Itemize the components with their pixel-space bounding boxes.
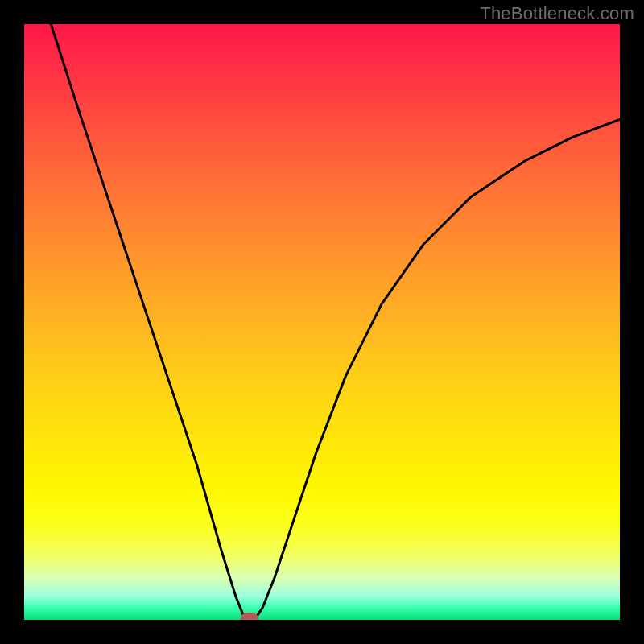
- watermark-text: TheBottleneck.com: [480, 3, 634, 24]
- min-marker: [241, 613, 258, 620]
- plot-area: [24, 24, 620, 620]
- curve-path: [51, 24, 620, 619]
- curve-layer: [24, 24, 620, 620]
- chart-container: TheBottleneck.com: [0, 0, 644, 644]
